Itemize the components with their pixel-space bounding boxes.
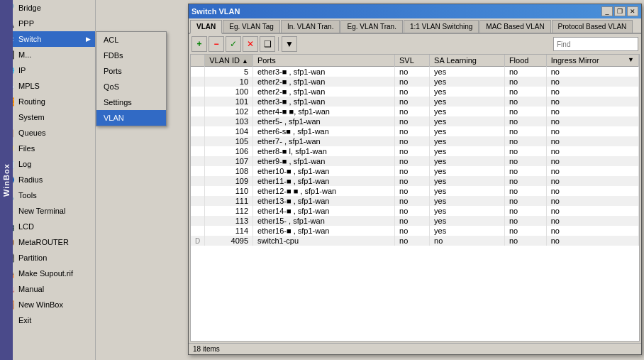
filter-button[interactable]: ▼ <box>282 36 297 52</box>
sidebar-item-radius[interactable]: 🔵 Radius <box>0 172 95 187</box>
row-ingress-mirror: no <box>546 216 638 226</box>
submenu-item-fdbs[interactable]: FDBs <box>96 48 166 63</box>
col-svl[interactable]: SVL <box>395 55 430 67</box>
tab-eg-vlan-tag[interactable]: Eg. VLAN Tag <box>223 20 280 33</box>
sidebar-item-routing[interactable]: 🔀 Routing <box>0 94 95 109</box>
row-ingress-mirror: no <box>546 146 638 156</box>
sidebar-item-new-winbox[interactable]: 🪟 New WinBox <box>0 297 95 312</box>
row-sa-learning: yes <box>430 67 505 77</box>
tab-vlan-switching[interactable]: 1:1 VLAN Switching <box>404 20 479 33</box>
sidebar-item-label: MPLS <box>18 82 40 90</box>
row-svl: no <box>395 176 430 186</box>
col-ports[interactable]: Ports <box>253 55 395 67</box>
minimize-button[interactable]: _ <box>601 6 613 16</box>
table-row[interactable]: 102 ether4-■ ■, sfp1-wan no yes no no <box>191 107 639 116</box>
row-sa-learning: yes <box>430 97 505 107</box>
row-flood: no <box>504 107 546 116</box>
submenu-item-vlan[interactable]: VLAN <box>96 110 166 126</box>
submenu-item-acl[interactable]: ACL <box>96 32 166 48</box>
sidebar-item-ip[interactable]: 🌐 IP <box>0 62 95 78</box>
tab-in-vlan-tran[interactable]: In. VLAN Tran. <box>281 20 340 33</box>
sidebar-item-label: PPP <box>18 19 34 28</box>
tab-protocol-based-vlan[interactable]: Protocol Based VLAN <box>552 20 633 33</box>
table-row[interactable]: D 4095 switch1-cpu no no no no <box>191 236 639 246</box>
row-vlan-id: 5 <box>205 67 253 77</box>
sidebar-item-exit[interactable]: 🚪 Exit <box>0 312 95 328</box>
table-row[interactable]: 108 ether10-■ , sfp1-wan no yes no no <box>191 166 639 176</box>
row-vlan-id: 106 <box>205 146 253 156</box>
winbox-label: WinBox <box>0 0 13 360</box>
sidebar-item-metarouter[interactable]: 📦 MetaROUTER <box>0 234 95 250</box>
table-row[interactable]: 106 ether8-■ l, sfp1-wan no yes no no <box>191 146 639 156</box>
sidebar-item-ppp[interactable]: 🔌 PPP <box>0 16 95 31</box>
table-row[interactable]: 101 ether3-■ , sfp1-wan no yes no no <box>191 97 639 107</box>
table-row[interactable]: 109 ether11-■ , sfp1-wan no yes no no <box>191 176 639 186</box>
toolbar-separator <box>278 37 279 51</box>
sidebar-item-new-terminal[interactable]: ▶ New Terminal <box>0 203 95 219</box>
sidebar-item-bridge[interactable]: 🔗 Bridge <box>0 0 95 16</box>
sidebar-item-label: Tools <box>18 191 37 200</box>
row-sa-learning: yes <box>430 136 505 146</box>
table-row[interactable]: 107 ether9-■ , sfp1-wan no yes no no <box>191 156 639 166</box>
submenu-item-ports[interactable]: Ports <box>96 63 166 79</box>
table-row[interactable]: 112 ether14-■ , sfp1-wan no yes no no <box>191 206 639 216</box>
row-svl: no <box>395 77 430 87</box>
table-row[interactable]: 10 ether2-■ , sfp1-wan no yes no no <box>191 77 639 87</box>
submenu-item-settings[interactable]: Settings <box>96 94 166 110</box>
sidebar-item-label: Partition <box>18 253 47 262</box>
col-flood[interactable]: Flood <box>504 55 546 67</box>
table-row[interactable]: 110 ether12-■ ■ , sfp1-wan no yes no no <box>191 186 639 196</box>
table-row[interactable]: 103 ether5- , sfp1-wan no yes no no <box>191 116 639 126</box>
sidebar-item-lcd[interactable]: 📺 LCD <box>0 219 95 234</box>
table-row[interactable]: 104 ether6-s■ , sfp1-wan no yes no no <box>191 126 639 136</box>
restore-button[interactable]: ❐ <box>614 6 626 16</box>
row-vlan-id: 10 <box>205 77 253 87</box>
table-row[interactable]: 5 ether3-■ , sfp1-wan no yes no no <box>191 67 639 77</box>
tab-mac-based-vlan[interactable]: MAC Based VLAN <box>479 20 550 33</box>
row-vlan-id: 103 <box>205 116 253 126</box>
find-input[interactable] <box>553 37 638 51</box>
close-button[interactable]: ✕ <box>627 6 638 16</box>
col-vlan-id[interactable]: VLAN ID ▲ <box>205 55 253 67</box>
row-flag <box>191 77 205 87</box>
row-flag <box>191 196 205 206</box>
table-row[interactable]: 100 ether2-■ , sfp1-wan no yes no no <box>191 87 639 97</box>
table-row[interactable]: 114 ether16-■ , sfp1-wan no yes no no <box>191 226 639 236</box>
sidebar-item-mpls[interactable]: 📡 MPLS <box>0 78 95 94</box>
check-button[interactable]: ✓ <box>226 36 241 52</box>
remove-button[interactable]: − <box>209 36 224 52</box>
submenu-arrow: ▶ <box>86 36 91 43</box>
sidebar-item-make-supout[interactable]: 📤 Make Supout.rif <box>0 266 95 281</box>
sidebar-item-mpls-m[interactable]: 🔲 M... <box>0 47 95 62</box>
sidebar-item-log[interactable]: 📄 Log <box>0 156 95 172</box>
row-svl: no <box>395 126 430 136</box>
row-flood: no <box>504 77 546 87</box>
sidebar-item-label: MetaROUTER <box>18 238 69 246</box>
cancel-button[interactable]: ✕ <box>243 36 258 52</box>
table-row[interactable]: 105 ether7- , sfp1-wan no yes no no <box>191 136 639 146</box>
add-button[interactable]: + <box>191 36 207 52</box>
table-row[interactable]: 111 ether13-■ , sfp1-wan no yes no no <box>191 196 639 206</box>
tab-vlan[interactable]: VLAN <box>190 20 222 34</box>
sidebar-item-system[interactable]: ⚙ System <box>0 109 95 125</box>
row-ingress-mirror: no <box>546 236 638 246</box>
row-svl: no <box>395 166 430 176</box>
col-ingress-mirror[interactable]: Ingress Mirror ▼ <box>546 55 638 67</box>
row-vlan-id: 109 <box>205 176 253 186</box>
sidebar-item-files[interactable]: 📁 Files <box>0 141 95 156</box>
table-row[interactable]: 113 ether15- , sfp1-wan no yes no no <box>191 216 639 226</box>
submenu-item-qos[interactable]: QoS <box>96 79 166 94</box>
sidebar-item-manual[interactable]: 📖 Manual <box>0 281 95 297</box>
sidebar-item-label: M... <box>18 50 31 59</box>
col-sa-learning[interactable]: SA Learning <box>430 55 505 67</box>
copy-button[interactable]: ❑ <box>260 36 275 52</box>
window-title: Switch VLAN <box>191 7 240 16</box>
sidebar: 🔗 Bridge 🔌 PPP ⇄ Switch ▶ 🔲 M... 🌐 IP 📡 … <box>0 0 96 360</box>
sidebar-item-tools[interactable]: 🔧 Tools <box>0 187 95 203</box>
tab-eg-vlan-tran[interactable]: Eg. VLAN Tran. <box>340 20 402 33</box>
row-sa-learning: yes <box>430 87 505 97</box>
row-ingress-mirror: no <box>546 107 638 116</box>
sidebar-item-queues[interactable]: 📋 Queues <box>0 125 95 141</box>
sidebar-item-switch[interactable]: ⇄ Switch ▶ <box>0 31 95 47</box>
sidebar-item-partition[interactable]: 💾 Partition <box>0 250 95 266</box>
